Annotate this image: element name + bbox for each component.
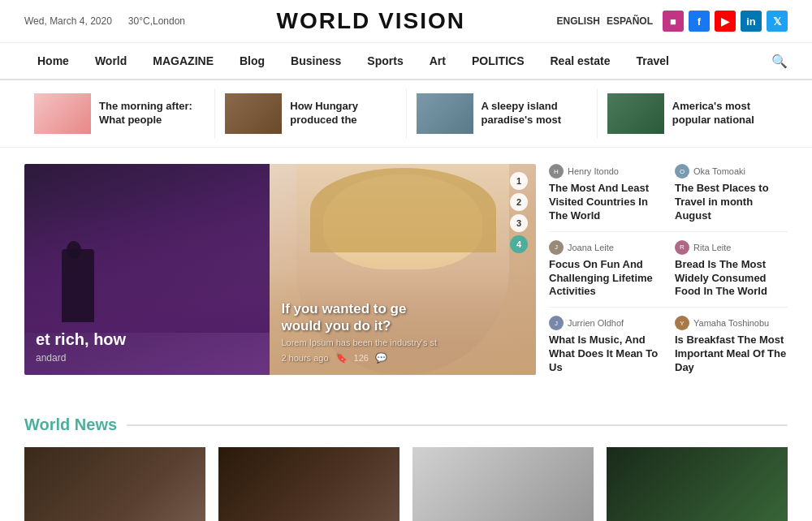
date-display: Wed, March 4, 2020: [24, 15, 112, 27]
news-thumb-2: [218, 447, 400, 521]
news-thumb-3: [412, 447, 594, 521]
slide1-sub: andard: [36, 352, 126, 364]
slide-2[interactable]: If you wanted to gewould you do it? Lore…: [270, 164, 536, 375]
news-card-3[interactable]: [412, 447, 594, 521]
nav-magazine[interactable]: MAGAZINE: [140, 43, 227, 79]
author1-name: Henry Itondo: [568, 166, 619, 176]
time-ago: 2 hours ago: [281, 353, 328, 363]
slide2-excerpt: Lorem Ipsum has been the industry's st: [281, 338, 437, 347]
slide-1[interactable]: et rich, how andard: [24, 164, 275, 375]
news-card-2[interactable]: [218, 447, 400, 521]
nav-home[interactable]: Home: [24, 43, 82, 79]
article2-title: The Best Places to Travel in month Augus…: [675, 182, 788, 223]
hero-article-6[interactable]: Y Yamaha Toshinobu Is Breakfast The Most…: [675, 316, 788, 375]
article5-title: What Is Music, And What Does It Mean To …: [549, 334, 662, 375]
hero-article-3[interactable]: J Joana Leite Focus On Fun And Challengi…: [549, 240, 662, 299]
strip-thumb-2: [225, 93, 282, 134]
slide-num-1[interactable]: 1: [510, 172, 528, 190]
top-bar: Wed, March 4, 2020 30°C,London WORLD VIS…: [0, 0, 812, 43]
article1-title: The Most And Least Visited Countries In …: [549, 182, 662, 223]
author6-name: Yamaha Toshinobu: [693, 318, 769, 328]
author3-name: Joana Leite: [568, 243, 614, 252]
hero-slides: et rich, how andard If you wanted to gew…: [24, 164, 536, 375]
lang-english[interactable]: ENGLISH: [557, 15, 600, 27]
hero-article-4[interactable]: R Rita Leite Bread Is The Most Widely Co…: [675, 240, 788, 299]
nav-art[interactable]: Art: [417, 43, 459, 79]
article3-title: Focus On Fun And Challenging Lifetime Ac…: [549, 258, 662, 299]
author4-avatar: R: [675, 240, 689, 255]
world-news-title: World News: [24, 416, 117, 434]
strip-title-1: The morning after: What people: [99, 100, 205, 127]
hero-section: et rich, how andard If you wanted to gew…: [24, 164, 788, 383]
article4-title: Bread Is The Most Widely Consumed Food I…: [675, 258, 788, 299]
facebook-icon[interactable]: f: [689, 11, 710, 32]
nav-politics[interactable]: POLITICS: [459, 43, 538, 79]
section-divider: [127, 424, 788, 426]
strip-item-1[interactable]: The morning after: What people: [24, 88, 215, 139]
site-title: WORLD VISION: [277, 8, 465, 34]
world-news-section: World News: [0, 399, 812, 521]
weather-display: 30°C,London: [128, 15, 185, 27]
strip-title-3: A sleepy island paradise's most: [482, 100, 587, 127]
strip-thumb-4: [607, 93, 664, 134]
nav-travel[interactable]: Travel: [623, 43, 681, 79]
main-nav: Home World MAGAZINE Blog Business Sports…: [0, 43, 812, 80]
section-header: World News: [24, 416, 788, 434]
article6-title: Is Breakfast The Most Important Meal Of …: [675, 334, 788, 375]
strip-thumb-1: [34, 93, 91, 134]
author1-avatar: H: [549, 164, 564, 179]
bookmark-icon[interactable]: 🔖: [335, 352, 348, 364]
news-thumb-4: [607, 447, 788, 521]
slide-numbers: 1 2 3 4: [510, 172, 528, 253]
hero-article-1[interactable]: H Henry Itondo The Most And Least Visite…: [549, 164, 662, 223]
strip-title-4: America's most popular national: [672, 100, 778, 127]
author5-name: Jurrien Oldhof: [568, 318, 624, 328]
nav-blog[interactable]: Blog: [227, 43, 278, 79]
strip-item-2[interactable]: How Hungary produced the: [215, 88, 406, 139]
linkedin-icon[interactable]: in: [741, 11, 762, 32]
news-thumb-1: [24, 447, 205, 521]
strip-item-3[interactable]: A sleepy island paradise's most: [407, 88, 598, 139]
search-icon[interactable]: 🔍: [771, 54, 788, 69]
slide-num-3[interactable]: 3: [510, 214, 528, 232]
slide1-title: et rich, how: [36, 329, 126, 349]
news-card-4[interactable]: [607, 447, 788, 521]
hero-article-2[interactable]: O Oka Tomoaki The Best Places to Travel …: [675, 164, 788, 223]
slide-num-4[interactable]: 4: [510, 235, 528, 253]
news-card-1[interactable]: [24, 447, 205, 521]
instagram-icon[interactable]: ■: [663, 11, 684, 32]
strip-thumb-3: [417, 93, 473, 134]
comment-count: 126: [354, 353, 369, 363]
hero-article-5[interactable]: J Jurrien Oldhof What Is Music, And What…: [549, 316, 662, 375]
nav-sports[interactable]: Sports: [354, 43, 416, 79]
author2-name: Oka Tomoaki: [693, 166, 745, 176]
author4-name: Rita Leite: [693, 243, 731, 252]
author2-avatar: O: [675, 164, 689, 179]
comment-icon[interactable]: 💬: [375, 352, 387, 364]
article-strip: The morning after: What people How Hunga…: [0, 80, 812, 148]
nav-business[interactable]: Business: [278, 43, 354, 79]
lang-spanish[interactable]: ESPAÑOL: [607, 15, 653, 27]
hero-right-articles: H Henry Itondo The Most And Least Visite…: [549, 164, 788, 383]
youtube-icon[interactable]: ▶: [715, 11, 736, 32]
nav-real-estate[interactable]: Real estate: [537, 43, 623, 79]
twitter-icon[interactable]: 𝕏: [767, 11, 788, 32]
nav-world[interactable]: World: [82, 43, 140, 79]
strip-item-4[interactable]: America's most popular national: [598, 88, 788, 139]
author6-avatar: Y: [675, 316, 689, 330]
slide2-title: If you wanted to gewould you do it?: [281, 301, 437, 334]
news-grid: [24, 447, 788, 521]
slide-num-2[interactable]: 2: [510, 193, 528, 211]
author3-avatar: J: [549, 240, 564, 255]
author5-avatar: J: [549, 316, 564, 330]
strip-title-2: How Hungary produced the: [290, 100, 395, 127]
